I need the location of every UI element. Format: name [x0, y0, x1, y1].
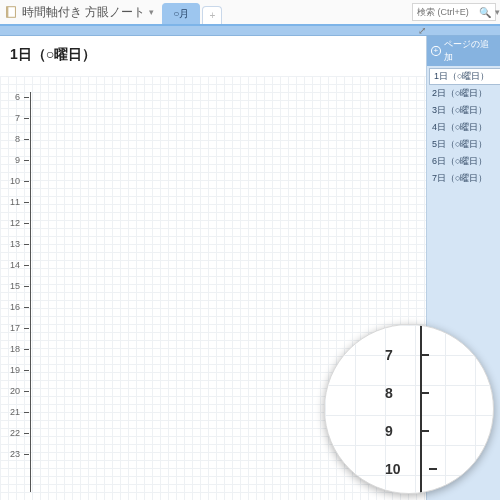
magnifier-hour-10: 10 — [385, 461, 437, 477]
page-list-item[interactable]: 5日（○曜日） — [427, 136, 500, 153]
hour-12: 12 — [0, 218, 29, 228]
hour-6: 6 — [0, 92, 29, 102]
hour-11: 11 — [0, 197, 29, 207]
svg-rect-1 — [7, 7, 9, 18]
add-page-label: ページの追加 — [444, 38, 496, 64]
hour-16: 16 — [0, 302, 29, 312]
page-list-item[interactable]: 1日（○曜日） — [429, 68, 500, 85]
ribbon-strip: ⤢ — [0, 26, 500, 36]
hour-22: 22 — [0, 428, 29, 438]
hour-20: 20 — [0, 386, 29, 396]
hour-13: 13 — [0, 239, 29, 249]
hour-7: 7 — [0, 113, 29, 123]
search-dropdown-icon[interactable]: ▾ — [495, 7, 500, 17]
notebook-title[interactable]: 時間軸付き 方眼ノート — [22, 4, 145, 21]
search-icon[interactable]: 🔍 — [479, 7, 491, 18]
page-list-item[interactable]: 7日（○曜日） — [427, 170, 500, 187]
notebook-dropdown-icon[interactable]: ▾ — [149, 7, 154, 17]
hour-19: 19 — [0, 365, 29, 375]
time-axis — [30, 92, 31, 492]
magnifier-hour-9: 9 — [385, 423, 429, 439]
plus-icon: + — [431, 46, 441, 56]
page-list-item[interactable]: 4日（○曜日） — [427, 119, 500, 136]
magnifier-hour-7: 7 — [385, 347, 429, 363]
tab-month[interactable]: ○月 — [162, 3, 200, 24]
magnifier: 78910 — [324, 324, 494, 494]
hour-9: 9 — [0, 155, 29, 165]
search-input[interactable] — [417, 7, 477, 17]
hour-23: 23 — [0, 449, 29, 459]
hour-10: 10 — [0, 176, 29, 186]
magnifier-hour-8: 8 — [385, 385, 429, 401]
hour-15: 15 — [0, 281, 29, 291]
page-list-item[interactable]: 2日（○曜日） — [427, 85, 500, 102]
expand-page-icon[interactable]: ⤢ — [418, 25, 426, 36]
page-list: 1日（○曜日）2日（○曜日）3日（○曜日）4日（○曜日）5日（○曜日）6日（○曜… — [427, 66, 500, 189]
page-title[interactable]: 1日（○曜日） — [10, 46, 96, 64]
notebook-icon — [4, 5, 18, 19]
hour-18: 18 — [0, 344, 29, 354]
add-page-button[interactable]: + ページの追加 — [427, 36, 500, 66]
hour-21: 21 — [0, 407, 29, 417]
search-box[interactable]: 🔍 ▾ — [412, 3, 496, 21]
tab-add[interactable]: + — [202, 6, 222, 24]
page-list-item[interactable]: 3日（○曜日） — [427, 102, 500, 119]
section-tabs: ○月 + — [162, 0, 224, 24]
hour-8: 8 — [0, 134, 29, 144]
title-bar: 時間軸付き 方眼ノート ▾ ○月 + 🔍 ▾ — [0, 0, 500, 26]
page-list-item[interactable]: 6日（○曜日） — [427, 153, 500, 170]
hour-17: 17 — [0, 323, 29, 333]
hour-14: 14 — [0, 260, 29, 270]
